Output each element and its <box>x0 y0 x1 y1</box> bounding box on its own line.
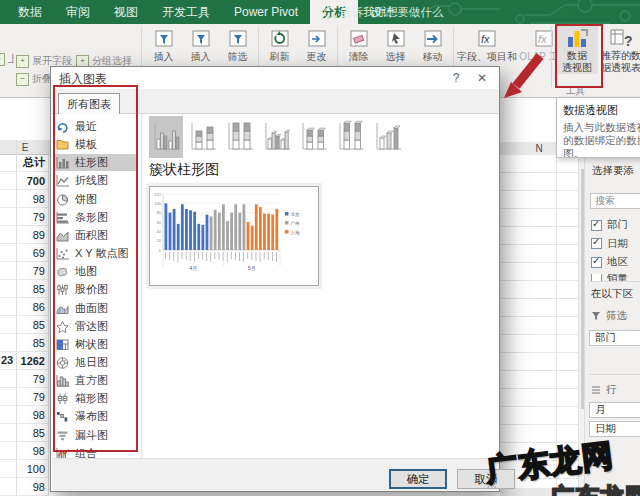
excel-window: 数据审阅视图开发工具Power Pivot分析设计 告诉我你想要做什么 +上钻+… <box>0 0 640 496</box>
ribbon-button-insert-slicer[interactable]: 插入 <box>145 27 182 64</box>
annotation-box-chart-list <box>53 85 138 452</box>
field-checkbox-地区[interactable]: 地区 <box>591 255 628 269</box>
rows-icon <box>591 385 601 395</box>
ribbon-button-filter-connections[interactable]: 筛选 <box>219 27 256 64</box>
subtype-stacked100-3d[interactable] <box>334 116 368 158</box>
tooltip-title: 数据透视图 <box>563 103 640 118</box>
svg-text:60: 60 <box>157 220 162 225</box>
recommended-pivottable-icon: ? <box>609 26 633 50</box>
chart-preview[interactable]: 1201008060402004月5月北京广州上海 <box>149 186 319 286</box>
ribbon-button-drill-up[interactable]: +上钻 <box>0 52 14 66</box>
filter-connections-icon <box>228 29 248 48</box>
svg-text:120: 120 <box>154 192 161 197</box>
rows-area-header: 行 <box>591 383 617 397</box>
collapse-field-icon: − <box>16 73 29 86</box>
annotation-box-pivotchart <box>555 24 603 88</box>
rows-field-pill-date[interactable]: 日期 <box>589 421 640 437</box>
stacked100-3d-thumbnail-icon <box>336 120 366 154</box>
choose-fields-label: 选择要添 <box>592 164 634 178</box>
expand-field-icon: + <box>16 55 29 68</box>
svg-text:fx: fx <box>481 33 490 45</box>
filter-field-pill[interactable]: 部门 <box>589 330 640 346</box>
field-checkbox-部门[interactable]: 部门 <box>591 218 628 232</box>
svg-text:上海: 上海 <box>291 230 301 235</box>
svg-text:4月: 4月 <box>190 265 198 272</box>
ribbon-tab-数据[interactable]: 数据 <box>6 0 54 24</box>
filter-area-header: 筛选 <box>591 309 627 323</box>
ribbon-button-clear[interactable]: 清除 <box>340 27 377 64</box>
clustered3d-thumbnail-icon <box>262 120 292 154</box>
ribbon-tab-审阅[interactable]: 审阅 <box>54 0 102 24</box>
sheet-cell-partial: 23 <box>1 354 13 366</box>
svg-text:100: 100 <box>154 201 161 206</box>
filter-icon <box>591 311 601 321</box>
checkbox-icon[interactable] <box>591 238 602 249</box>
recommended-pivottable-button[interactable]: ? 推荐的数 据透视表 <box>601 26 640 74</box>
ribbon-button-move[interactable]: 移动 <box>414 27 451 64</box>
svg-text:fx: fx <box>538 33 547 45</box>
ribbon-tab-视图[interactable]: 视图 <box>102 0 150 24</box>
subtype-clustered[interactable] <box>149 116 183 158</box>
ribbon-button-select[interactable]: 选择 <box>377 27 414 64</box>
ribbon-tab-开发工具[interactable]: 开发工具 <box>150 0 222 24</box>
sheet-cell[interactable]: 98 <box>0 406 48 424</box>
column-header-e[interactable]: E <box>0 140 50 155</box>
subtype-stacked3d[interactable] <box>297 116 331 158</box>
drill-up-icon: + <box>0 53 5 66</box>
checkbox-icon[interactable] <box>591 257 602 268</box>
sheet-cell[interactable]: 85 <box>0 334 48 352</box>
sheet-cell[interactable]: 79 <box>0 208 48 226</box>
svg-text:40: 40 <box>157 229 162 234</box>
sheet-cell[interactable]: 98 <box>0 442 48 460</box>
ribbon-tab-Power Pivot[interactable]: Power Pivot <box>222 0 310 24</box>
sheet-cell[interactable]: 85 <box>0 316 48 334</box>
ribbon-title-bar: 数据审阅视图开发工具Power Pivot分析设计 告诉我你想要做什么 <box>0 0 640 24</box>
sheet-cell[interactable]: 98 <box>0 478 48 496</box>
svg-text:0: 0 <box>159 248 162 253</box>
subtype-stacked100[interactable] <box>223 116 257 158</box>
sheet-cell[interactable]: 100 <box>0 460 48 478</box>
svg-text:5月: 5月 <box>248 265 256 272</box>
change-source-icon <box>307 29 327 48</box>
annotation-arrow <box>492 46 552 108</box>
subtype-clustered3d[interactable] <box>260 116 294 158</box>
circuit-decoration <box>380 0 640 24</box>
svg-text:广州: 广州 <box>291 221 300 226</box>
svg-text:20: 20 <box>157 238 162 243</box>
sheet-cell[interactable]: 85 <box>0 280 48 298</box>
rows-field-pill-month[interactable]: 月 <box>589 402 640 418</box>
subtype-column3d[interactable] <box>371 116 405 158</box>
recommended-label-2: 据透视表 <box>601 62 640 74</box>
sheet-cell[interactable]: 86 <box>0 298 48 316</box>
sheet-cell[interactable]: 79 <box>0 262 48 280</box>
subtype-stacked[interactable] <box>186 116 220 158</box>
insert-slicer-icon <box>154 29 174 48</box>
stacked-thumbnail-icon <box>188 120 218 154</box>
sheet-cell[interactable]: 89 <box>0 226 48 244</box>
sheet-cell[interactable]: 总计 <box>0 154 48 172</box>
worksheet-left-strip[interactable]: E 总计700987989697985868585126223797998859… <box>0 97 50 496</box>
sheet-cell[interactable]: 98 <box>0 190 48 208</box>
field-checkbox-日期[interactable]: 日期 <box>591 237 628 251</box>
select-icon <box>386 29 406 48</box>
drag-areas-label: 在以下区 <box>591 287 633 301</box>
ribbon-button-change-source[interactable]: 更改 <box>298 27 335 64</box>
svg-text:?: ? <box>624 33 633 49</box>
sheet-cell[interactable]: 69 <box>0 244 48 262</box>
sheet-cell[interactable]: 79 <box>0 388 48 406</box>
sheet-cell[interactable]: 79 <box>0 370 48 388</box>
help-button[interactable]: ? <box>443 69 469 87</box>
dialog-footer: 确定 取消 <box>52 458 499 491</box>
recommended-label-1: 推荐的数 <box>601 50 640 62</box>
checkbox-icon[interactable] <box>591 220 602 231</box>
ribbon-button-refresh[interactable]: 刷新 <box>261 27 298 64</box>
worksheet-gridlines <box>500 155 578 488</box>
sheet-cell[interactable]: 85 <box>0 424 48 442</box>
search-input[interactable]: 搜索 <box>590 193 640 209</box>
ribbon-button-insert-timeline[interactable]: 插入 <box>182 27 219 64</box>
sheet-cell[interactable]: 700 <box>0 172 48 190</box>
ok-button[interactable]: 确定 <box>389 469 447 489</box>
clear-icon <box>349 29 369 48</box>
stacked100-thumbnail-icon <box>225 120 255 154</box>
pivotchart-tooltip: 数据透视图 插入与此数据透视 的数据绑定的数据 图。 <box>556 97 640 158</box>
